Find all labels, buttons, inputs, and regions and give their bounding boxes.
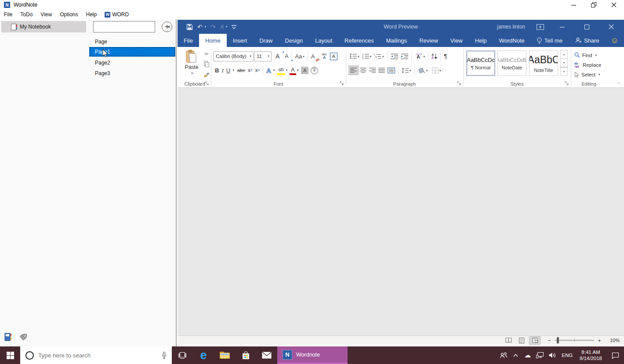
tab-review[interactable]: Review [413,34,444,47]
menu-file[interactable]: File [0,10,16,19]
feedback-smiley-icon[interactable]: ☺ [611,36,619,44]
cut-icon[interactable]: ✂ [202,50,211,58]
menu-word[interactable]: W WORD [101,10,133,19]
tags-button[interactable] [19,334,28,341]
styles-dialog-launcher[interactable] [565,81,569,86]
taskbar-active-app-wordnote[interactable]: N Wordnote [277,346,348,364]
strikethrough-button[interactable]: abe [236,65,247,75]
language-indicator[interactable]: ENG [559,346,575,364]
bullets-button[interactable]: ▾ [348,51,361,61]
people-button[interactable] [497,346,510,364]
customize-qat-icon[interactable] [232,25,236,29]
shrink-font-button[interactable]: A▾ [283,51,290,61]
word-maximize-button[interactable] [580,22,593,32]
grow-font-button[interactable]: A▴ [274,51,281,61]
copy-icon[interactable] [202,60,211,68]
show-hide-marks-button[interactable]: ¶ [443,51,449,61]
tab-file[interactable]: File [178,34,199,47]
paste-dropdown-icon[interactable]: ▾ [191,72,193,75]
share-button[interactable]: Share [575,37,599,44]
replace-button[interactable]: abac Replace [574,61,601,69]
character-border-button[interactable]: A [330,53,337,60]
style-notetitle[interactable]: AaBbC NoteTitle [529,50,558,76]
zoom-slider-thumb[interactable] [557,337,559,343]
decrease-indent-button[interactable] [389,51,399,61]
superscript-button[interactable]: x2 [254,65,261,75]
save-icon[interactable] [186,24,193,30]
zoom-in-button[interactable]: + [597,337,602,344]
increase-indent-button[interactable] [399,51,410,61]
style-notedate[interactable]: AaBbCcDdE NoteDate [497,50,526,76]
tab-view[interactable]: View [444,34,469,47]
character-shading-button[interactable]: A [301,67,308,74]
microphone-icon[interactable] [162,352,167,359]
redo-icon[interactable]: ↷ [210,24,216,30]
paste-button[interactable]: Paste ▾ [182,50,201,82]
tab-draw[interactable]: Draw [253,34,279,47]
notes-search-input[interactable] [94,24,167,30]
align-right-button[interactable] [368,65,377,75]
onedrive-tray-icon[interactable]: ☁ [522,346,534,364]
paragraph-dialog-launcher[interactable] [457,81,461,86]
bold-button[interactable]: B [214,65,220,75]
borders-button[interactable]: ▾ [431,65,443,75]
clear-formatting-button[interactable]: A [310,51,316,61]
select-button[interactable]: Select ▾ [574,70,600,79]
file-explorer-taskbar-button[interactable] [214,346,235,364]
change-case-button[interactable]: Aa▾ [294,51,305,61]
styles-scroll-down-button[interactable]: ▾ [560,58,568,67]
list-item-page[interactable]: Page [89,37,175,47]
subscript-button[interactable]: x2 [247,65,254,75]
underline-button[interactable]: U [225,65,232,75]
tab-wordnote[interactable]: WordNote [493,34,531,47]
word-close-button[interactable] [605,22,618,32]
shading-button[interactable]: ▾ [417,65,429,75]
font-dialog-launcher[interactable] [340,81,344,86]
highlight-color-button[interactable]: ab [277,65,285,75]
tab-mailings[interactable]: Mailings [380,34,414,47]
signed-in-user[interactable]: james linton [497,24,525,30]
print-layout-button[interactable] [516,336,527,345]
clipboard-dialog-launcher[interactable] [205,81,209,86]
wordnote-close-button[interactable] [604,0,624,10]
numbering-button[interactable]: 123▾ [361,51,373,61]
collapse-ribbon-icon[interactable]: ⌃ [617,82,620,86]
italic-button[interactable]: I [220,65,225,75]
styles-more-button[interactable]: ▾ [560,67,568,76]
add-page-button[interactable]: + [162,22,172,32]
zoom-out-button[interactable]: − [547,337,552,344]
web-layout-button[interactable] [529,336,541,345]
justify-button[interactable] [377,65,386,75]
taskbar-search-box[interactable] [20,346,172,364]
wordnote-minimize-button[interactable] [563,0,584,10]
edge-taskbar-button[interactable]: e [193,346,214,364]
list-item-page3[interactable]: Page3 [89,68,175,78]
zoom-level-label[interactable]: 10% [607,338,620,343]
network-tray-icon[interactable] [534,346,546,364]
tab-help[interactable]: Help [469,34,493,47]
tell-me-box[interactable]: Tell me [531,34,569,47]
enclose-characters-button[interactable]: 字 [311,67,318,74]
highlight-dropdown-icon[interactable]: ▾ [286,68,288,72]
underline-dropdown-icon[interactable]: ▾ [232,68,234,72]
undo-icon[interactable]: ↶ [197,24,203,30]
menu-help[interactable]: Help [82,10,101,19]
zoom-slider-track[interactable] [555,340,594,341]
document-canvas[interactable] [178,88,624,335]
notebook-view-button[interactable] [4,333,12,341]
menu-options[interactable]: Options [56,10,82,19]
tab-insert[interactable]: Insert [227,34,254,47]
menu-view[interactable]: View [36,10,56,19]
font-family-select[interactable]: Calibri (Body) ▾ [214,51,254,61]
start-button[interactable] [0,346,20,364]
font-color-button[interactable]: A [290,65,296,75]
text-effects-button[interactable]: A [265,65,272,75]
mail-taskbar-button[interactable] [256,346,277,364]
tab-design[interactable]: Design [279,34,309,47]
text-effects-dropdown-icon[interactable]: ▾ [273,68,275,72]
menu-todo[interactable]: ToDo [16,10,36,19]
find-button[interactable]: Find ▾ [574,51,597,59]
list-item-page1-selected[interactable]: Page1 [89,47,175,57]
styles-scroll-up-button[interactable]: ▴ [560,50,568,59]
font-size-select[interactable]: 11 ▾ [254,51,272,61]
